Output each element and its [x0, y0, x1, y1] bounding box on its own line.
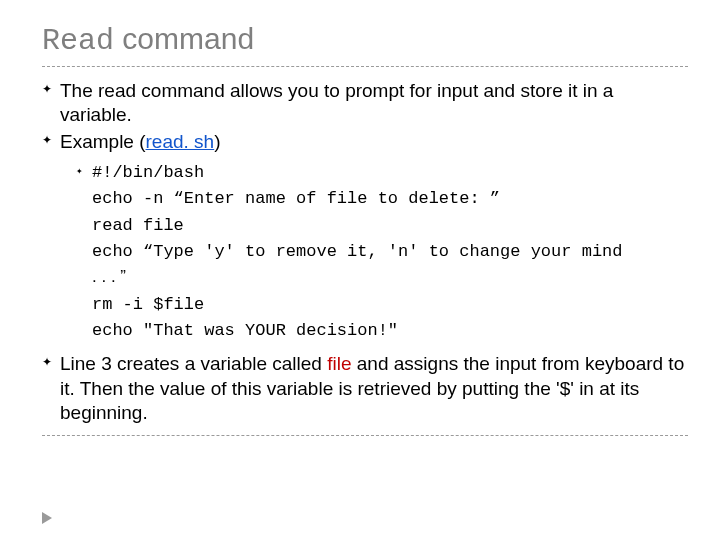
bullet-read-desc-text: The read command allows you to prompt fo… [60, 80, 613, 125]
slide: Read command The read command allows you… [0, 0, 720, 540]
code-line-1: #!/bin/bash [92, 160, 688, 186]
note-keyword: file [327, 353, 351, 374]
code-line-4b: . . . ” [92, 264, 126, 290]
example-prefix: Example ( [60, 131, 146, 152]
code-line-4: echo “Type 'y' to remove it, 'n' to chan… [92, 239, 688, 265]
body-list: The read command allows you to prompt fo… [42, 79, 688, 425]
code-line-5: rm -i $file [92, 292, 688, 318]
code-line-2: echo -n “Enter name of file to delete: ” [92, 186, 688, 212]
example-suffix: ) [214, 131, 220, 152]
bullet-note: Line 3 creates a variable called file an… [42, 352, 688, 425]
example-link: read. sh [146, 131, 215, 152]
note-pre: Line 3 creates a variable called [60, 353, 327, 374]
divider-bottom [42, 435, 688, 436]
code-line-6: echo "That was YOUR decision!" [92, 318, 688, 344]
code-block: #!/bin/bash echo -n “Enter name of file … [60, 160, 688, 344]
title-mono: Read [42, 24, 114, 58]
slide-title: Read command [42, 22, 688, 58]
title-rest: command [114, 22, 254, 55]
divider-top [42, 66, 688, 67]
code-line-3: read file [92, 213, 688, 239]
code-listing: #!/bin/bash echo -n “Enter name of file … [76, 160, 688, 344]
footer-arrow-icon [42, 512, 52, 524]
bullet-example: Example (read. sh) #!/bin/bash echo -n “… [42, 130, 688, 345]
bullet-read-desc: The read command allows you to prompt fo… [42, 79, 688, 128]
